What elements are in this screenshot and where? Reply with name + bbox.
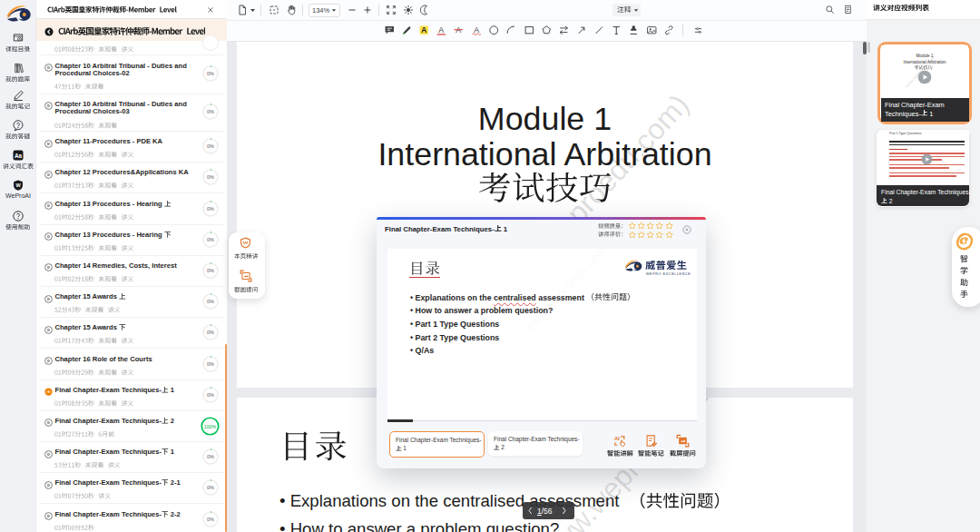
- svg-text:0%: 0%: [207, 237, 214, 242]
- svg-text:0%: 0%: [207, 330, 214, 335]
- svg-text:0%: 0%: [207, 517, 214, 522]
- svg-text:0%: 0%: [207, 143, 214, 149]
- svg-text:0%: 0%: [207, 268, 214, 273]
- svg-text:A: A: [474, 25, 479, 34]
- svg-text:Aa: Aa: [15, 153, 23, 159]
- svg-text:AI: AI: [614, 436, 620, 441]
- svg-text:A: A: [421, 25, 426, 34]
- svg-text:0%: 0%: [207, 174, 214, 180]
- svg-text:0%: 0%: [207, 485, 214, 490]
- svg-text:0%: 0%: [207, 71, 214, 76]
- svg-text:0%: 0%: [207, 206, 214, 212]
- svg-text:100%: 100%: [203, 423, 216, 429]
- svg-text:0%: 0%: [207, 392, 214, 398]
- svg-text:0%: 0%: [207, 299, 214, 304]
- svg-text:0%: 0%: [207, 454, 214, 459]
- svg-text:0%: 0%: [207, 361, 214, 367]
- svg-text:W: W: [15, 182, 21, 188]
- svg-text:A: A: [438, 25, 444, 34]
- svg-text:0%: 0%: [207, 109, 214, 114]
